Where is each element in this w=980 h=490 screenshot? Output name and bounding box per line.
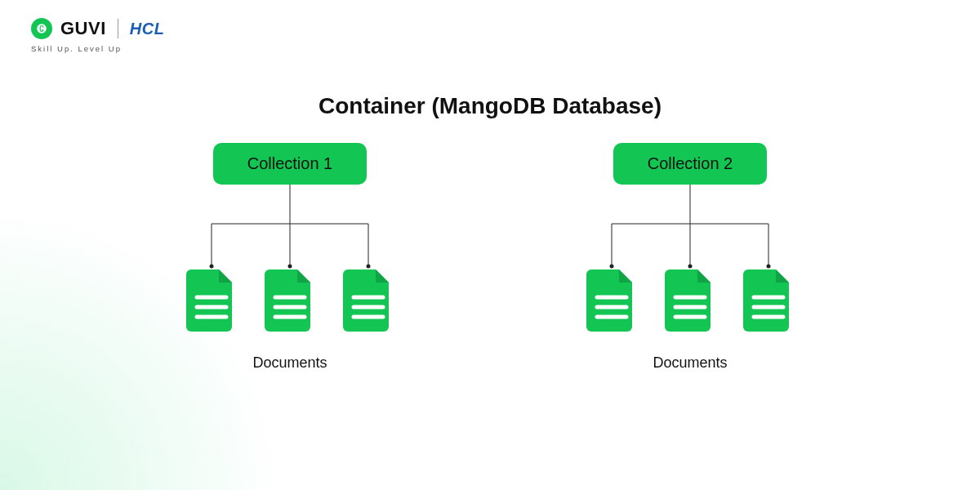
collection-group-2: Collection 2 <box>576 143 804 372</box>
hcl-logo-text: HCL <box>130 20 165 38</box>
documents-row-2 <box>586 270 794 332</box>
documents-row-1 <box>186 270 394 332</box>
svg-point-24 <box>767 265 771 269</box>
guvi-logo-text: GUVI <box>60 18 106 39</box>
diagram-title: Container (MangoDB Database) <box>0 93 980 119</box>
connector-lines-icon <box>176 185 404 274</box>
collection-group-1: Collection 1 <box>176 143 404 372</box>
connector-lines-icon <box>576 185 804 274</box>
diagram-row: Collection 1 <box>0 143 980 372</box>
logo-row: GUVI HCL <box>31 18 164 39</box>
logo-divider <box>118 19 118 38</box>
document-icon <box>665 270 715 332</box>
document-icon <box>743 270 794 332</box>
guvi-badge-icon <box>31 18 52 39</box>
svg-point-23 <box>688 265 693 269</box>
collection-box-2: Collection 2 <box>613 143 768 185</box>
logo-area: GUVI HCL Skill Up. Level Up <box>31 18 164 53</box>
document-icon <box>186 270 237 332</box>
document-icon <box>586 270 637 332</box>
collection-box-1: Collection 1 <box>213 143 368 185</box>
svg-point-6 <box>288 265 292 269</box>
tagline-text: Skill Up. Level Up <box>31 44 164 53</box>
svg-point-5 <box>210 265 214 269</box>
documents-label-1: Documents <box>252 354 327 372</box>
document-icon <box>265 270 315 332</box>
svg-point-7 <box>367 265 371 269</box>
documents-label-2: Documents <box>653 354 727 372</box>
document-icon <box>343 270 394 332</box>
svg-point-22 <box>610 265 614 269</box>
